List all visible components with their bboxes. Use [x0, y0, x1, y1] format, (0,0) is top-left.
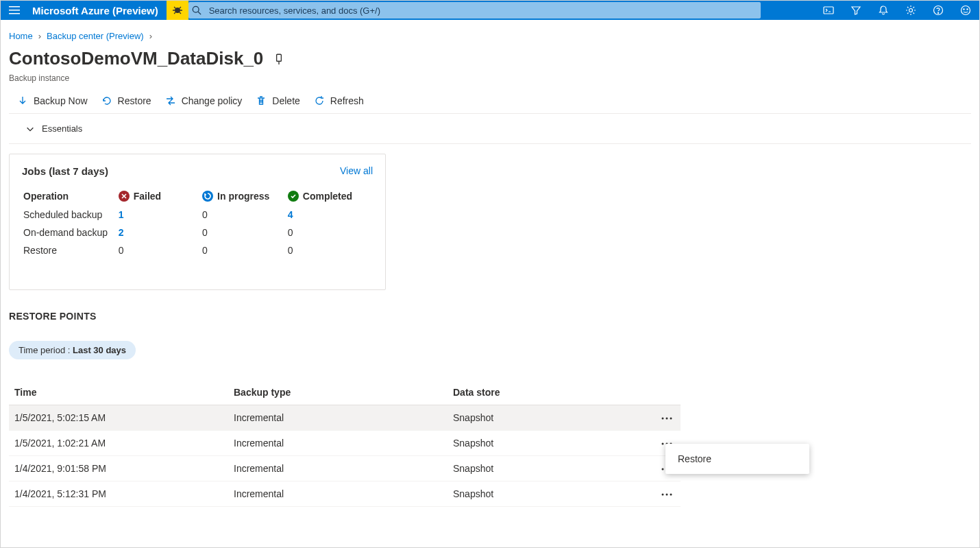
svg-rect-6: [824, 7, 833, 14]
jobs-row: On-demand backup 2 0 0: [22, 224, 373, 241]
backup-now-button[interactable]: Backup Now: [17, 95, 88, 106]
jobs-row: Scheduled backup 1 0 4: [22, 206, 373, 224]
svg-point-14: [662, 418, 664, 420]
cloud-shell-icon[interactable]: [815, 1, 842, 20]
feedback-icon[interactable]: [952, 1, 979, 20]
search-box[interactable]: [188, 2, 761, 19]
failed-header: Failed: [117, 187, 201, 206]
svg-point-20: [662, 468, 664, 470]
table-row[interactable]: 1/4/2021, 5:12:31 PM Incremental Snapsho…: [9, 481, 681, 507]
page-header: ContosoDemoVM_DataDisk_0: [1, 48, 979, 73]
svg-point-4: [193, 6, 199, 12]
more-icon[interactable]: [659, 416, 675, 421]
chevron-right-icon: ›: [149, 31, 152, 41]
svg-rect-1: [9, 10, 20, 11]
context-menu: Restore: [665, 444, 809, 474]
brand-label: Microsoft Azure (Preview): [28, 5, 167, 16]
refresh-button[interactable]: Refresh: [314, 95, 364, 106]
svg-point-15: [666, 418, 668, 420]
jobs-title: Jobs (last 7 days): [22, 165, 108, 177]
preview-bug-icon[interactable]: [167, 1, 188, 20]
restore-label: Restore: [118, 95, 151, 106]
svg-point-7: [909, 9, 913, 12]
pin-icon[interactable]: [273, 53, 285, 65]
svg-rect-13: [277, 54, 282, 61]
essentials-label: Essentials: [42, 123, 82, 134]
jobs-value-link[interactable]: 2: [119, 227, 124, 238]
restore-points-heading: RESTORE POINTS: [9, 311, 971, 322]
content-area: Jobs (last 7 days) View all Operation Fa…: [1, 144, 979, 516]
col-store: Data store: [448, 380, 653, 405]
jobs-value-link[interactable]: 1: [119, 209, 124, 220]
svg-point-3: [175, 8, 180, 13]
restore-button[interactable]: Restore: [101, 95, 151, 106]
failed-icon: [119, 191, 130, 202]
completed-header: Completed: [286, 187, 373, 206]
table-row[interactable]: 1/5/2021, 1:02:21 AM Incremental Snapsho…: [9, 431, 681, 456]
svg-point-9: [938, 12, 938, 13]
change-policy-label: Change policy: [182, 95, 243, 106]
search-input[interactable]: [205, 5, 761, 16]
chevron-down-icon: [25, 124, 35, 134]
more-icon[interactable]: [659, 492, 675, 497]
filter-icon[interactable]: [842, 1, 870, 20]
svg-point-25: [670, 494, 672, 496]
change-policy-button[interactable]: Change policy: [165, 95, 243, 106]
svg-point-17: [662, 443, 664, 445]
breadcrumb: Home › Backup center (Preview) ›: [1, 20, 979, 48]
refresh-label: Refresh: [330, 95, 364, 106]
jobs-table: Operation Failed In progress: [22, 187, 373, 259]
page-title: ContosoDemoVM_DataDisk_0: [9, 48, 263, 69]
settings-icon[interactable]: [897, 1, 924, 20]
col-type: Backup type: [228, 380, 448, 405]
context-menu-restore[interactable]: Restore: [665, 446, 809, 471]
svg-rect-2: [9, 13, 20, 14]
table-row[interactable]: 1/4/2021, 9:01:58 PM Incremental Snapsho…: [9, 456, 681, 481]
table-row[interactable]: 1/5/2021, 5:02:15 AM Incremental Snapsho…: [9, 405, 681, 431]
col-time: Time: [9, 380, 228, 405]
inprogress-icon: [202, 191, 213, 202]
svg-point-24: [666, 494, 668, 496]
top-bar: Microsoft Azure (Preview): [1, 1, 979, 20]
view-all-link[interactable]: View all: [340, 165, 373, 177]
svg-point-16: [670, 418, 672, 420]
search-icon: [188, 5, 205, 15]
backup-now-label: Backup Now: [34, 95, 88, 106]
svg-point-11: [964, 9, 964, 10]
jobs-header: Jobs (last 7 days) View all: [22, 165, 373, 177]
svg-line-5: [198, 12, 201, 14]
breadcrumb-home[interactable]: Home: [9, 31, 33, 41]
svg-rect-0: [9, 6, 20, 8]
menu-icon[interactable]: [1, 1, 28, 20]
jobs-row: Restore 0 0 0: [22, 241, 373, 259]
svg-point-23: [662, 494, 664, 496]
svg-point-10: [961, 6, 970, 15]
jobs-value-link[interactable]: 4: [288, 209, 293, 220]
help-icon[interactable]: [924, 1, 952, 20]
breadcrumb-backup-center[interactable]: Backup center (Preview): [47, 31, 144, 41]
table-header-row: Time Backup type Data store: [9, 380, 681, 405]
essentials-toggle[interactable]: Essentials: [9, 114, 971, 144]
completed-icon: [288, 191, 299, 202]
jobs-card: Jobs (last 7 days) View all Operation Fa…: [9, 154, 386, 290]
svg-point-12: [967, 9, 968, 10]
op-header: Operation: [22, 187, 117, 206]
restore-points-table: Time Backup type Data store 1/5/2021, 5:…: [9, 380, 681, 507]
command-bar: Backup Now Restore Change policy Delete …: [9, 93, 971, 114]
page-subtitle: Backup instance: [1, 73, 979, 83]
delete-label: Delete: [272, 95, 299, 106]
delete-button[interactable]: Delete: [256, 95, 299, 106]
chevron-right-icon: ›: [38, 31, 41, 41]
notifications-icon[interactable]: [870, 1, 897, 20]
inprogress-header: In progress: [201, 187, 286, 206]
top-right-icons: [815, 1, 979, 20]
time-period-filter[interactable]: Time period : Last 30 days: [9, 341, 136, 359]
